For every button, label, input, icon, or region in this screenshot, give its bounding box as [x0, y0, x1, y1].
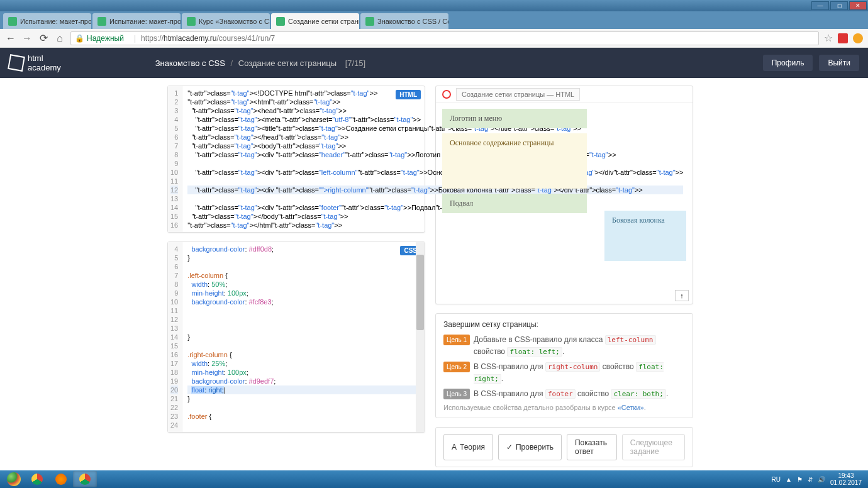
- html-editor[interactable]: HTML 12345678910111213141516 "t-attr">cl…: [167, 86, 425, 233]
- tab-favicon: [97, 17, 106, 26]
- tab-label: Испытание: макет-про: [20, 18, 91, 25]
- logo-icon: [8, 54, 25, 72]
- goal-row-0: Цель 1Добавьте в CSS-правило для класса …: [443, 334, 685, 357]
- logo-text-bottom: academy: [28, 63, 61, 72]
- css-gutter: 456789101112131415161718192021222324: [168, 242, 182, 432]
- logo[interactable]: html academy: [9, 53, 61, 72]
- scroll-up-button[interactable]: ↑: [675, 290, 689, 301]
- tab-label: Знакомство с CSS / Соз: [377, 18, 448, 25]
- system-tray: RU ▲ ⚑ ⇵ 🔊 19:43 01.02.2017: [772, 472, 865, 486]
- browser-tabstrip: Испытание: макет-про×Испытание: макет-пр…: [0, 11, 868, 29]
- firefox-icon: [55, 474, 67, 485]
- tab-label: Испытание: макет-про: [109, 18, 181, 25]
- preview-footer-block: Подвал: [442, 194, 587, 213]
- css-scroll-thumb[interactable]: [416, 255, 424, 330]
- goal-text: Добавьте в CSS-правило для класса left-c…: [474, 334, 685, 357]
- browser-tab-0[interactable]: Испытание: макет-про×: [3, 13, 91, 29]
- breadcrumb-course[interactable]: Знакомство с CSS: [155, 58, 225, 68]
- secure-indicator: 🔒 Надежный: [75, 34, 124, 43]
- taskbar-chrome-active[interactable]: [73, 471, 97, 487]
- nav-reload[interactable]: ⟳: [38, 33, 49, 44]
- goals-panel: Завершим сетку страницы: Цель 1Добавьте …: [435, 313, 693, 418]
- window-maximize[interactable]: ◻: [830, 1, 848, 10]
- tab-favicon: [276, 17, 285, 26]
- tab-favicon: [365, 17, 374, 26]
- secure-label: Надежный: [87, 34, 124, 43]
- extension-user-icon[interactable]: [853, 33, 863, 43]
- url-host: htmlacademy.ru: [164, 34, 216, 43]
- tray-network-icon[interactable]: ⇵: [808, 476, 813, 483]
- preview-header-block: Логотип и меню: [442, 109, 587, 128]
- preview-body: Логотип и меню Основное содержание стран…: [436, 103, 693, 304]
- goal-text: В CSS-правило для right-column свойство …: [474, 361, 685, 384]
- tray-up-icon[interactable]: ▲: [786, 476, 792, 483]
- actions-panel: AТеория ✓Проверить Показать ответ Следую…: [435, 427, 693, 467]
- window-close[interactable]: ✕: [849, 1, 867, 10]
- bookmark-star-icon[interactable]: ☆: [824, 32, 833, 44]
- logo-text-top: html: [28, 53, 61, 63]
- css-editor[interactable]: CSS 456789101112131415161718192021222324…: [167, 241, 425, 433]
- goals-note-link[interactable]: «Сетки»: [618, 404, 644, 411]
- chrome-icon: [31, 474, 43, 485]
- preview-panel: Создание сетки страницы — HTML Логотип и…: [435, 86, 693, 304]
- css-scrollbar[interactable]: [416, 242, 425, 432]
- nav-back[interactable]: ←: [5, 33, 16, 44]
- lock-icon: 🔒: [75, 34, 84, 43]
- taskbar-firefox[interactable]: [49, 471, 73, 487]
- window-minimize[interactable]: —: [811, 1, 829, 10]
- goal-row-2: Цель 3В CSS-правило для footer свойство …: [443, 388, 685, 400]
- goal-row-1: Цель 2В CSS-правило для right-column сво…: [443, 361, 685, 384]
- tray-volume-icon[interactable]: 🔊: [818, 476, 825, 483]
- tray-flag-icon[interactable]: ⚑: [797, 476, 803, 483]
- page-content: html academy Знакомство с CSS / Создание…: [0, 48, 868, 470]
- tab-favicon: [8, 17, 17, 26]
- check-icon: ✓: [506, 443, 513, 452]
- nav-forward[interactable]: →: [21, 33, 33, 44]
- taskbar-chrome[interactable]: [25, 471, 49, 487]
- start-orb-icon: [7, 472, 21, 486]
- breadcrumb: Знакомство с CSS / Создание сетки страни…: [155, 58, 365, 68]
- preview-right-block: Боковая колонка: [604, 211, 686, 261]
- theory-button[interactable]: AТеория: [443, 434, 493, 460]
- chrome-icon: [79, 474, 91, 485]
- font-icon: A: [452, 443, 457, 452]
- show-answer-button[interactable]: Показать ответ: [567, 434, 617, 460]
- browser-tab-4[interactable]: Знакомство с CSS / Соз×: [360, 13, 448, 29]
- address-bar[interactable]: 🔒 Надежный | https://htmlacademy.ru/cour…: [70, 31, 819, 45]
- breadcrumb-task: Создание сетки страницы: [238, 58, 337, 68]
- browser-tab-3[interactable]: Создание сетки страниц×: [271, 13, 359, 29]
- css-code[interactable]: background-color: #dff0d8;}.left-column …: [182, 242, 425, 432]
- extension-adblock-icon[interactable]: [838, 33, 848, 43]
- goal-badge: Цель 1: [443, 335, 470, 345]
- goal-badge: Цель 3: [443, 389, 470, 399]
- tray-lang[interactable]: RU: [772, 476, 781, 483]
- logout-button[interactable]: Выйти: [819, 55, 859, 71]
- app-header: html academy Знакомство с CSS / Создание…: [0, 48, 868, 78]
- preview-left-block: Основное содержание страницы: [442, 133, 587, 189]
- tab-label: Курс «Знакомство с CSS: [199, 18, 270, 25]
- windows-taskbar: RU ▲ ⚑ ⇵ 🔊 19:43 01.02.2017: [0, 470, 868, 488]
- window-titlebar: — ◻ ✕: [0, 0, 868, 11]
- url-path: /courses/41/run/7: [217, 34, 275, 43]
- url-scheme: https://: [141, 34, 164, 43]
- next-task-button: Следующее задание: [622, 434, 685, 460]
- browser-toolbar: ← → ⟳ ⌂ 🔒 Надежный | https://htmlacademy…: [0, 29, 868, 48]
- check-button[interactable]: ✓Проверить: [498, 434, 562, 460]
- tab-favicon: [187, 17, 196, 26]
- start-button[interactable]: [3, 470, 25, 488]
- tab-label: Создание сетки страниц: [288, 18, 359, 25]
- goals-title: Завершим сетку страницы:: [443, 320, 685, 329]
- browser-tab-1[interactable]: Испытание: макет-про×: [92, 13, 181, 29]
- goals-note: Используемые свойства детально разобраны…: [443, 404, 685, 411]
- nav-home[interactable]: ⌂: [54, 33, 65, 44]
- html-gutter: 12345678910111213141516: [168, 86, 182, 232]
- tray-clock[interactable]: 19:43 01.02.2017: [830, 472, 862, 486]
- goal-badge: Цель 2: [443, 362, 470, 372]
- browser-tab-2[interactable]: Курс «Знакомство с CSS×: [182, 13, 270, 29]
- task-counter: [7/15]: [345, 58, 366, 68]
- goal-text: В CSS-правило для footer свойство clear:…: [474, 388, 668, 400]
- profile-button[interactable]: Профиль: [763, 55, 813, 71]
